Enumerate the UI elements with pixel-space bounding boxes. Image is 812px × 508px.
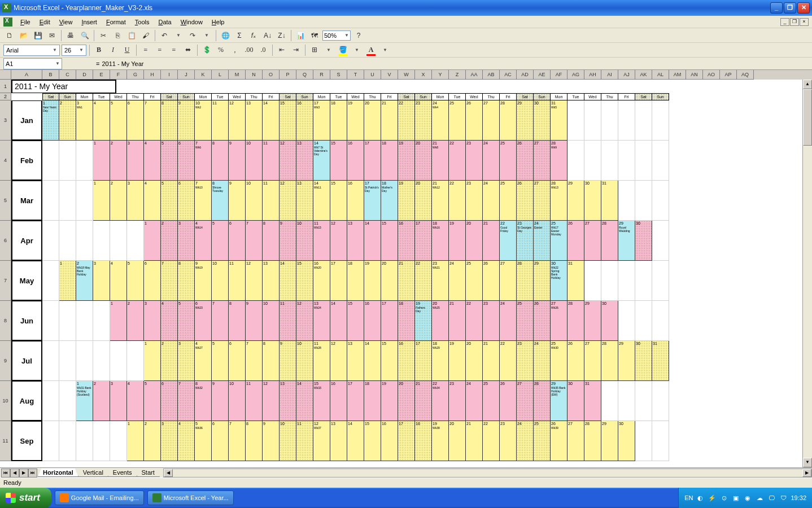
format-painter-button[interactable]: 🖌 <box>139 29 152 42</box>
day-cell[interactable]: 1 <box>144 221 161 261</box>
name-box[interactable]: A1▼ <box>3 58 62 69</box>
col-header[interactable]: E <box>93 70 110 80</box>
day-cell[interactable]: 18 <box>347 261 364 301</box>
row-header[interactable]: 4 <box>0 141 11 181</box>
scroll-up-button[interactable]: ▲ <box>803 80 812 89</box>
col-header[interactable]: D <box>76 70 93 80</box>
empty-cell[interactable] <box>76 141 93 181</box>
day-cell[interactable]: 29Wk35 Bank Holiday (EW) <box>551 381 567 421</box>
col-header[interactable]: W <box>398 70 415 80</box>
day-cell[interactable]: 3 <box>161 421 178 461</box>
day-cell[interactable]: 9 <box>229 181 246 221</box>
col-header[interactable]: Q <box>296 70 313 80</box>
day-cell[interactable]: 16 <box>398 221 415 261</box>
empty-cell[interactable] <box>601 141 618 181</box>
col-header[interactable]: C <box>59 70 76 80</box>
day-cell[interactable]: 30 <box>635 341 652 381</box>
day-cell[interactable]: 5 <box>178 301 195 341</box>
day-cell[interactable]: 11 <box>246 381 263 421</box>
empty-cell[interactable] <box>76 341 93 381</box>
day-cell[interactable]: 13 <box>347 221 364 261</box>
empty-cell[interactable] <box>59 421 76 461</box>
day-cell[interactable]: 26 <box>483 261 500 301</box>
day-cell[interactable]: 17 <box>347 381 364 421</box>
inc-indent-button[interactable]: ⇥ <box>290 44 302 56</box>
sheet-tab[interactable]: Start <box>137 468 160 477</box>
day-cell[interactable]: 8 <box>263 221 280 261</box>
empty-cell[interactable] <box>567 100 584 141</box>
bold-button[interactable]: B <box>93 44 105 56</box>
day-cell[interactable]: 2 <box>93 381 110 421</box>
row-header[interactable]: 11 <box>0 421 11 461</box>
empty-cell[interactable] <box>110 421 127 461</box>
sheet-tab[interactable]: Vertical <box>78 468 108 477</box>
day-cell[interactable]: 18 <box>398 301 415 341</box>
day-cell[interactable]: 26 <box>567 221 584 261</box>
day-cell[interactable]: 15 <box>280 100 296 141</box>
day-cell[interactable]: 12 <box>330 341 347 381</box>
day-cell[interactable]: 16 <box>347 141 364 181</box>
day-cell[interactable]: 26Wk39 <box>551 421 567 461</box>
col-header[interactable]: S <box>330 70 347 80</box>
menu-tools[interactable]: Tools <box>130 17 154 27</box>
empty-cell[interactable] <box>635 100 652 141</box>
day-cell[interactable]: 5 <box>161 141 178 181</box>
day-cell[interactable]: 3 <box>178 221 195 261</box>
empty-cell[interactable] <box>59 381 76 421</box>
system-tray[interactable]: EN ◐ ⚡ ⊙ ▣ ◉ ☁ 🖵 🛡 19:32 <box>678 488 812 508</box>
day-cell[interactable]: 24 <box>534 341 551 381</box>
clock[interactable]: 19:32 <box>791 494 806 501</box>
align-right-button[interactable]: ≡ <box>168 44 180 56</box>
day-cell[interactable]: 30 <box>601 301 618 341</box>
empty-cell[interactable] <box>59 221 76 261</box>
day-cell[interactable]: 26 <box>500 381 517 421</box>
align-center-button[interactable]: ≡ <box>154 44 166 56</box>
day-cell[interactable]: 27 <box>534 181 551 221</box>
col-header[interactable]: AB <box>483 70 500 80</box>
col-header[interactable]: A <box>11 70 42 80</box>
empty-cell[interactable] <box>127 341 144 381</box>
vertical-scrollbar[interactable]: ▲ ▼ <box>802 80 812 467</box>
col-header[interactable]: T <box>347 70 364 80</box>
day-cell[interactable]: 6 <box>178 141 195 181</box>
day-cell[interactable]: 24 <box>466 381 483 421</box>
day-cell[interactable]: 7 <box>212 301 229 341</box>
day-cell[interactable]: 18 <box>330 100 347 141</box>
fill-color-dropdown[interactable]: ▼ <box>351 44 363 56</box>
empty-cell[interactable] <box>42 141 59 181</box>
day-cell[interactable]: 17St Patrick's Day <box>364 181 381 221</box>
day-cell[interactable]: 10 <box>229 381 246 421</box>
col-header[interactable]: F <box>110 70 127 80</box>
redo-button[interactable]: ↷ <box>186 29 199 42</box>
day-cell[interactable]: 29 <box>567 181 584 221</box>
currency-button[interactable]: 💲 <box>200 44 213 56</box>
day-cell[interactable]: 31 <box>567 261 584 301</box>
fill-color-button[interactable]: 🪣 <box>337 44 349 56</box>
row-header[interactable]: 10 <box>0 381 11 421</box>
day-cell[interactable]: 20 <box>364 100 381 141</box>
tray-icon[interactable]: ☁ <box>755 493 764 502</box>
empty-cell[interactable] <box>76 421 93 461</box>
day-cell[interactable]: 4 <box>161 301 178 341</box>
col-header[interactable]: B <box>42 70 59 80</box>
day-cell[interactable]: 20 <box>466 341 483 381</box>
empty-cell[interactable] <box>601 381 618 421</box>
day-cell[interactable]: 11Wk28 <box>313 341 330 381</box>
day-cell[interactable]: 17 <box>415 221 432 261</box>
start-button[interactable]: start <box>0 488 51 508</box>
print-button[interactable]: 🖶 <box>64 29 77 42</box>
empty-cell[interactable] <box>42 421 59 461</box>
print-preview-button[interactable]: 🔍 <box>78 29 91 42</box>
day-cell[interactable]: 19Fathers Day <box>415 301 432 341</box>
day-cell[interactable]: 15 <box>381 341 398 381</box>
col-header[interactable]: AK <box>635 70 652 80</box>
day-cell[interactable]: 29 <box>601 421 618 461</box>
day-cell[interactable]: 23 <box>500 421 517 461</box>
row-header[interactable]: 7 <box>0 261 11 301</box>
day-cell[interactable]: 6 <box>229 221 246 261</box>
day-cell[interactable]: 31Wk5 <box>551 100 567 141</box>
empty-cell[interactable] <box>635 301 652 341</box>
col-header[interactable]: AA <box>466 70 483 80</box>
chart-button[interactable]: 📊 <box>294 29 307 42</box>
day-cell[interactable]: 22 <box>449 141 466 181</box>
